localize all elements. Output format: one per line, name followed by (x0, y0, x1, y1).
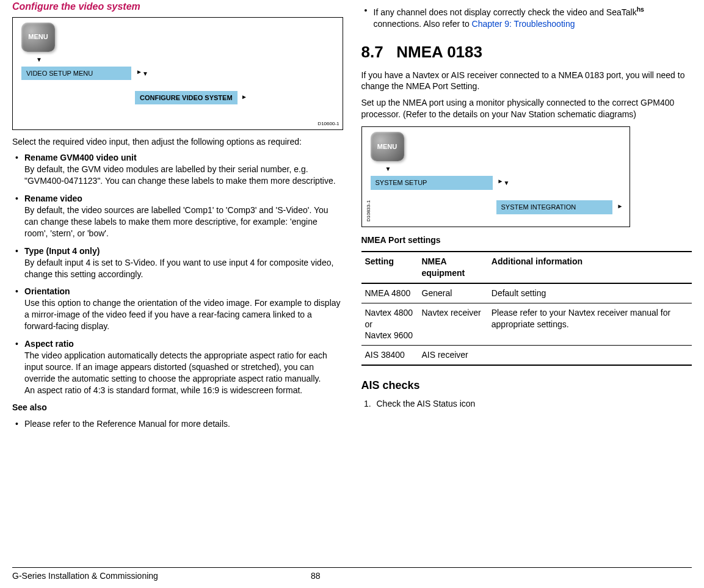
footer-title: G-Series Installation & Commissioning (12, 570, 158, 582)
intro-text: Select the required video input, then ad… (12, 136, 343, 148)
table-header: NMEA equipment (418, 252, 488, 283)
table-cell: AIS receiver (418, 346, 488, 365)
menu-button-icon: MENU (371, 132, 404, 161)
item-title: Type (Input 4 only) (24, 246, 100, 256)
arrow-right-icon: ► (498, 177, 504, 186)
heading-ais-checks: AIS checks (361, 378, 692, 393)
para-1: If you have a Navtex or AIS receiver con… (361, 70, 692, 93)
item-body: By default input 4 is set to S-Video. If… (24, 258, 333, 279)
list-item: Type (Input 4 only)By default input 4 is… (12, 245, 343, 280)
arrow-down-icon: ▼ (142, 70, 148, 78)
menu-box-configure-video: CONFIGURE VIDEO SYSTEM (135, 91, 238, 105)
para-2: Set up the NMEA port using a monitor phy… (361, 97, 692, 120)
menu-button-icon: MENU (21, 23, 55, 52)
table-cell: Default setting (488, 283, 692, 303)
page-number: 88 (311, 570, 321, 582)
item-body: Use this option to change the orientatio… (24, 298, 341, 331)
left-column: Configure the video system MENU ▼ VIDEO … (12, 0, 343, 436)
diagram-configure-video: MENU ▼ VIDEO SETUP MENU ► ▼ CONFIGURE VI… (12, 17, 343, 130)
nmea-settings-table: Setting NMEA equipment Additional inform… (361, 251, 692, 366)
table-cell (488, 346, 692, 365)
arrow-down-icon: ▼ (504, 179, 510, 187)
table-cell: Navtex 4800 or Navtex 9600 (361, 303, 418, 346)
table-cell: AIS 38400 (361, 346, 418, 365)
menu-box-system-setup: SYSTEM SETUP (371, 176, 493, 190)
section-title: Configure the video system (12, 0, 343, 13)
link-troubleshooting[interactable]: Chapter 9: Troubleshooting (472, 19, 575, 29)
arrow-right-icon: ► (136, 68, 142, 76)
item-title: Rename GVM400 video unit (24, 153, 137, 162)
superscript-hs: hs (637, 5, 644, 13)
table-header: Setting (361, 252, 418, 283)
table-row: Navtex 4800 or Navtex 9600 Navtex receiv… (361, 303, 692, 346)
table-title: NMEA Port settings (361, 234, 692, 246)
right-top-list: If any channel does not display correctl… (361, 5, 692, 29)
table-cell: NMEA 4800 (361, 283, 418, 303)
list-item: OrientationUse this option to change the… (12, 286, 343, 332)
bullet-text-1: If any channel does not display correctl… (374, 7, 637, 17)
menu-box-video-setup: VIDEO SETUP MENU (21, 67, 131, 81)
menu-box-system-integration: SYSTEM INTEGRATION (496, 200, 612, 214)
see-also-list: Please refer to the Reference Manual for… (12, 418, 343, 430)
see-also-heading: See also (12, 402, 343, 413)
list-item: Check the AIS Status icon (374, 398, 692, 410)
table-header: Additional information (488, 252, 692, 283)
diagram-id: D10600-1 (318, 121, 339, 128)
item-body: By default, the video sources are labell… (24, 205, 328, 238)
arrow-right-icon: ► (241, 93, 247, 101)
page-footer: G-Series Installation & Commissioning 88 (12, 567, 692, 582)
list-item: Rename GVM400 video unitBy default, the … (12, 152, 343, 187)
list-item: If any channel does not display correctl… (361, 5, 692, 29)
list-item: Rename videoBy default, the video source… (12, 193, 343, 239)
item-title: Rename video (24, 194, 82, 203)
table-cell: General (418, 283, 488, 303)
arrow-right-icon: ► (617, 202, 623, 211)
table-row: NMEA 4800 General Default setting (361, 283, 692, 303)
diagram-id: D10833-1 (366, 200, 372, 222)
options-list: Rename GVM400 video unitBy default, the … (12, 152, 343, 396)
list-item: Aspect ratioThe video application automa… (12, 338, 343, 396)
item-body: The video application automatically dete… (24, 350, 327, 395)
heading-number: 8.7 (361, 43, 383, 61)
arrow-down-icon: ▼ (36, 56, 42, 64)
right-column: If any channel does not display correctl… (361, 0, 692, 436)
arrow-down-icon: ▼ (385, 165, 391, 173)
bullet-text-2: connections. Also refer to (374, 19, 472, 29)
item-body: By default, the GVM video modules are la… (24, 164, 336, 186)
ais-checks-list: Check the AIS Status icon (374, 398, 692, 410)
diagram-nmea: MENU ▼ SYSTEM SETUP ► ▼ SYSTEM INTEGRATI… (361, 126, 630, 227)
table-cell: Please refer to your Navtex receiver man… (488, 303, 692, 346)
item-title: Aspect ratio (24, 339, 74, 349)
table-cell: Navtex receiver (418, 303, 488, 346)
heading-title: NMEA 0183 (396, 43, 482, 61)
item-title: Orientation (24, 286, 70, 296)
list-item: Please refer to the Reference Manual for… (12, 418, 343, 430)
heading-nmea: 8.7 NMEA 0183 (361, 42, 692, 63)
table-row: AIS 38400 AIS receiver (361, 346, 692, 365)
